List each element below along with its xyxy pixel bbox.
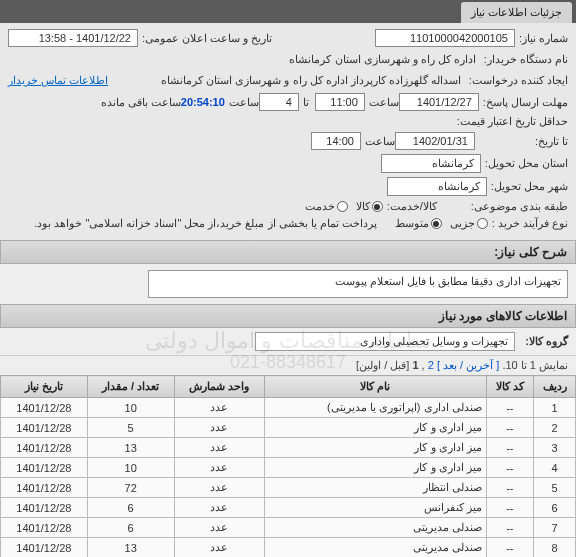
- valid-label: حداقل تاریخ اعتبار قیمت:: [472, 115, 568, 128]
- cell-name: صندلی اداری (اپراتوری یا مدیریتی): [265, 398, 486, 418]
- table-row[interactable]: 7--صندلی مدیریتیعدد61401/12/28: [1, 518, 576, 538]
- pager-next[interactable]: بعد ]: [437, 359, 457, 371]
- cell-qty: 13: [87, 438, 174, 458]
- cell-qty: 72: [87, 478, 174, 498]
- cell-date: 1401/12/28: [1, 498, 88, 518]
- group-label: گروه کالا:: [525, 335, 568, 348]
- cell-date: 1401/12/28: [1, 538, 88, 558]
- province-label: استان محل تحویل:: [485, 157, 568, 170]
- cell-name: صندلی مدیریتی: [265, 538, 486, 558]
- cell-unit: عدد: [174, 518, 265, 538]
- cell-unit: عدد: [174, 438, 265, 458]
- table-row[interactable]: 8--صندلی مدیریتیعدد131401/12/28: [1, 538, 576, 558]
- remaining-days: 4: [259, 93, 299, 111]
- cell-date: 1401/12/28: [1, 418, 88, 438]
- tab-details[interactable]: جزئیات اطلاعات نیاز: [461, 2, 572, 23]
- process-group: جزیی متوسط: [395, 217, 488, 230]
- option-service-label: خدمت: [305, 200, 335, 213]
- cell-n: 3: [534, 438, 576, 458]
- table-row[interactable]: 2--میز اداری و کارعدد51401/12/28: [1, 418, 576, 438]
- cell-qty: 6: [87, 498, 174, 518]
- pager-last[interactable]: [ آخرین /: [460, 359, 499, 371]
- cell-code: --: [486, 538, 533, 558]
- good-service-group: کالا خدمت: [305, 200, 383, 213]
- payment-note: پرداخت تمام یا بخشی از مبلغ خرید،از محل …: [34, 217, 377, 230]
- time-label-3: ساعت: [365, 135, 395, 148]
- time-label-2: ساعت: [229, 96, 259, 109]
- table-row[interactable]: 1--صندلی اداری (اپراتوری یا مدیریتی)عدد1…: [1, 398, 576, 418]
- deadline-date: 1401/12/27: [399, 93, 479, 111]
- th-name: نام کالا: [265, 376, 486, 398]
- cell-qty: 10: [87, 398, 174, 418]
- option-partial-label: جزیی: [450, 217, 475, 230]
- cell-unit: عدد: [174, 398, 265, 418]
- cell-code: --: [486, 418, 533, 438]
- cell-qty: 6: [87, 518, 174, 538]
- table-row[interactable]: 4--میز اداری و کارعدد101401/12/28: [1, 458, 576, 478]
- cell-name: میز اداری و کار: [265, 418, 486, 438]
- cell-date: 1401/12/28: [1, 398, 88, 418]
- contact-link[interactable]: اطلاعات تماس خریدار: [8, 74, 108, 87]
- option-good-label: کالا: [356, 200, 370, 213]
- option-good[interactable]: کالا: [356, 200, 383, 213]
- cell-n: 8: [534, 538, 576, 558]
- group-value: تجهیزات و وسایل تحصیلی واداری: [255, 332, 515, 351]
- cell-qty: 5: [87, 418, 174, 438]
- delivery-date: 1402/01/31: [395, 132, 475, 150]
- th-date: تاریخ نیاز: [1, 376, 88, 398]
- watermark-line2: 021-88348617: [230, 352, 346, 373]
- pager-sep: ,: [422, 359, 425, 371]
- cell-name: میز کنفرانس: [265, 498, 486, 518]
- pager-first: [قبل / اولین]: [356, 359, 409, 371]
- cell-date: 1401/12/28: [1, 518, 88, 538]
- cell-qty: 10: [87, 458, 174, 478]
- table-row[interactable]: 3--میز اداری و کارعدد131401/12/28: [1, 438, 576, 458]
- need-no-value: 1101000042000105: [375, 29, 515, 47]
- radio-icon: [477, 218, 488, 229]
- radio-icon: [431, 218, 442, 229]
- option-medium[interactable]: متوسط: [395, 217, 442, 230]
- items-header: اطلاعات کالاهای مورد نیاز: [0, 304, 576, 328]
- th-unit: واحد شمارش: [174, 376, 265, 398]
- option-partial[interactable]: جزیی: [450, 217, 488, 230]
- need-no-label: شماره نیاز:: [519, 32, 568, 45]
- table-row[interactable]: 6--میز کنفرانسعدد61401/12/28: [1, 498, 576, 518]
- pager-range: نمایش 1 تا 10.: [502, 359, 568, 371]
- option-medium-label: متوسط: [395, 217, 429, 230]
- good-service-label: کالا/خدمت:: [387, 200, 437, 213]
- th-qty: تعداد / مقدار: [87, 376, 174, 398]
- cell-date: 1401/12/28: [1, 458, 88, 478]
- buyer-label: نام دستگاه خریدار:: [484, 53, 568, 66]
- deadline-label: مهلت ارسال پاسخ:: [483, 96, 568, 109]
- pager-p2[interactable]: 2: [428, 359, 434, 371]
- delivery-date-label: تا تاریخ:: [535, 135, 568, 148]
- delivery-time: 14:00: [311, 132, 361, 150]
- option-service[interactable]: خدمت: [305, 200, 348, 213]
- pager-p1: 1: [412, 359, 418, 371]
- cell-n: 1: [534, 398, 576, 418]
- cell-name: میز اداری و کار: [265, 458, 486, 478]
- pager: نمایش 1 تا 10. [ آخرین / بعد ] 2 , 1 [قب…: [0, 355, 576, 375]
- cell-unit: عدد: [174, 458, 265, 478]
- cell-n: 4: [534, 458, 576, 478]
- subject-class-label: طبقه بندی موضوعی:: [471, 200, 568, 213]
- buyer-value: اداره کل راه و شهرسازی استان کرمانشاه: [285, 51, 479, 68]
- cell-unit: عدد: [174, 418, 265, 438]
- cell-n: 7: [534, 518, 576, 538]
- city-label: شهر محل تحویل:: [491, 180, 568, 193]
- th-code: کد کالا: [486, 376, 533, 398]
- radio-icon: [372, 201, 383, 212]
- table-row[interactable]: 5--صندلی انتظارعدد721401/12/28: [1, 478, 576, 498]
- radio-icon: [337, 201, 348, 212]
- cell-date: 1401/12/28: [1, 478, 88, 498]
- time-label-1: ساعت: [369, 96, 399, 109]
- process-label: نوع فرآیند خرید :: [492, 217, 568, 230]
- th-row: ردیف: [534, 376, 576, 398]
- requester-value: اسداله گلهرزاده کارپرداز اداره کل راه و …: [157, 72, 465, 89]
- desc-text: تجهیزات اداری دقیقا مطابق با فایل استعلا…: [148, 270, 568, 298]
- cell-name: صندلی انتظار: [265, 478, 486, 498]
- deadline-time: 11:00: [315, 93, 365, 111]
- cell-code: --: [486, 458, 533, 478]
- cell-n: 6: [534, 498, 576, 518]
- remaining-time: 20:54:10: [181, 96, 225, 108]
